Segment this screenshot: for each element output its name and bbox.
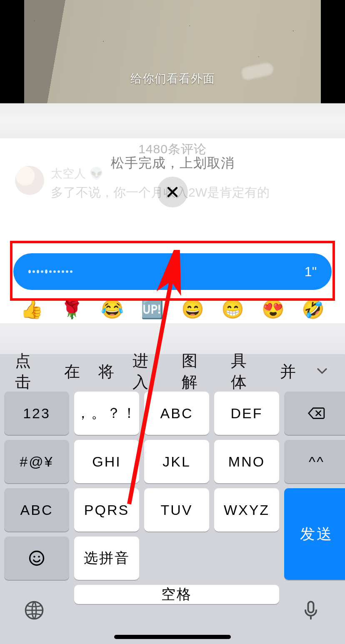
svg-rect-6 [308, 602, 314, 612]
suggestion-item[interactable]: 点击 [6, 350, 55, 393]
background-comment: 太空人 👽 多了不说，你一个月收入2W是肯定有的 [15, 166, 270, 201]
backspace-icon [308, 404, 326, 422]
svg-point-3 [33, 556, 35, 557]
keyboard-top-gap [0, 323, 345, 354]
key-caret[interactable]: ^^ [284, 440, 345, 483]
emoji-teeth[interactable]: 😁 [221, 298, 244, 320]
letterbox-right [321, 0, 345, 103]
emoji-666[interactable]: 🆙 [141, 298, 164, 320]
key-backspace[interactable] [284, 392, 345, 435]
comment-author: 太空人 👽 [51, 166, 270, 182]
emoji-lol[interactable]: 🤣 [302, 298, 325, 320]
globe-button[interactable] [23, 599, 45, 623]
suggestion-item[interactable]: 将 [89, 361, 123, 382]
suggestion-item[interactable]: 进入 [123, 350, 172, 393]
key-symbols[interactable]: #@¥ [4, 440, 69, 483]
video-preview: 给你们看看外面 [0, 0, 345, 103]
key-send[interactable]: 发送 [284, 488, 345, 580]
key-emoji[interactable] [4, 537, 69, 580]
key-jkl[interactable]: JKL [144, 440, 209, 483]
annotation-highlight-box [10, 241, 335, 301]
key-mno[interactable]: MNO [214, 440, 279, 483]
avatar [15, 166, 44, 195]
suggestion-bar: 点击 在 将 进入 图解 具体 并 [0, 354, 345, 389]
suggestion-item[interactable]: 具体 [222, 350, 271, 393]
close-icon [165, 185, 180, 199]
key-wxyz[interactable]: WXYZ [214, 488, 279, 532]
key-abc-mode[interactable]: ABC [4, 488, 69, 532]
key-123[interactable]: 123 [4, 392, 69, 435]
collapse-suggestions-button[interactable] [305, 364, 339, 379]
keyboard-keys: 123 ，。？！ ABC DEF #@¥ GHI JKL MNO ^^ ABC … [0, 389, 345, 604]
key-def[interactable]: DEF [214, 392, 279, 435]
emoji-hearts[interactable]: 😍 [262, 298, 285, 320]
key-abc1[interactable]: ABC [144, 392, 209, 435]
svg-point-4 [38, 556, 40, 557]
key-punct[interactable]: ，。？！ [74, 392, 139, 435]
home-indicator[interactable] [114, 635, 231, 639]
suggestion-item[interactable]: 图解 [172, 350, 222, 393]
sheet-handle-area [0, 103, 345, 138]
screen: 给你们看看外面 1480条评论 松手完成，上划取消 太空人 👽 多了不说，你一个… [0, 0, 345, 644]
emoji-rose[interactable]: 🌹 [60, 298, 83, 320]
cancel-voice-button[interactable] [157, 177, 188, 207]
key-select-pinyin[interactable]: 选拼音 [74, 537, 139, 580]
chevron-down-icon [315, 364, 329, 378]
suggestion-item[interactable]: 并 [271, 361, 305, 382]
emoji-laugh-cry[interactable]: 😂 [101, 298, 124, 320]
emoji-grin[interactable]: 😄 [181, 298, 204, 320]
dictation-button[interactable] [300, 599, 322, 623]
suggestion-item[interactable]: 在 [55, 361, 89, 382]
microphone-icon [300, 599, 322, 621]
key-ghi[interactable]: GHI [74, 440, 139, 483]
key-tuv[interactable]: TUV [144, 488, 209, 532]
smile-icon [28, 549, 46, 567]
svg-point-2 [30, 552, 44, 565]
keyboard: 点击 在 将 进入 图解 具体 并 123 ，。？！ ABC DEF #@¥ [0, 323, 345, 644]
globe-icon [23, 599, 45, 621]
emoji-thumbs-up[interactable]: 👍 [20, 298, 43, 320]
alien-emoji: 👽 [89, 167, 104, 180]
letterbox-left [0, 0, 24, 103]
video-caption: 给你们看看外面 [0, 71, 345, 87]
video-frame [0, 0, 345, 103]
key-pqrs[interactable]: PQRS [74, 488, 139, 532]
